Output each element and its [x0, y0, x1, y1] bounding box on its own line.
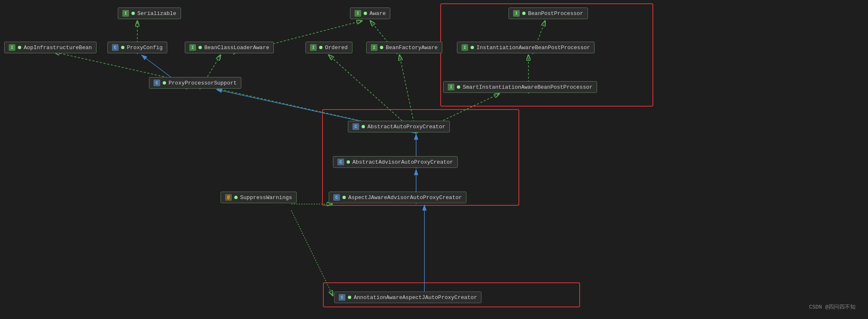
icon-serializable: I: [122, 10, 129, 17]
node-proxyprocessorsupport: C ProxyProcessorSupport: [149, 77, 241, 89]
dot-instantiationawarebeanpostprocessor: [471, 46, 474, 49]
icon-proxyconfig: C: [112, 44, 119, 51]
dot-beanfactoryaware: [380, 46, 383, 49]
dot-ordered: [319, 46, 322, 49]
label-instantiationawarebeanpostprocessor: InstantiationAwareBeanPostProcessor: [476, 45, 590, 51]
dot-smartinstantiationawarebeanpostprocessor: [457, 85, 460, 89]
dot-suppresswarnings: [234, 196, 238, 199]
label-proxyprocessorsupport: ProxyProcessorSupport: [169, 80, 237, 86]
dot-proxyprocessorsupport: [163, 81, 166, 85]
node-aopinfrastructurebean: I AopInfrastructureBean: [4, 42, 97, 53]
dot-beanpostprocessor: [522, 12, 526, 15]
node-aspectjawareadvisorautoproxycreator: C AspectJAwareAdvisorAutoProxyCreator: [329, 192, 466, 203]
dot-serializable: [131, 12, 135, 15]
label-annotationawareaspectjautoproxycreator: AnnotationAwareAspectJAutoProxyCreator: [354, 294, 477, 301]
label-aopinfrastructurebean: AopInfrastructureBean: [24, 45, 92, 51]
node-suppresswarnings: @ SuppressWarnings: [221, 192, 297, 203]
label-abstractadvisorautoproxycreator: AbstractAdvisorAutoProxyCreator: [352, 159, 453, 165]
dot-proxyconfig: [121, 46, 124, 49]
dot-abstractautoproxycreator: [362, 125, 365, 128]
dot-aspectjawareadvisorautoproxycreator: [342, 196, 346, 199]
label-serializable: Serializable: [137, 10, 176, 17]
node-ordered: I Ordered: [305, 42, 352, 53]
icon-aware: I: [355, 10, 361, 17]
node-beanfactoryaware: I BeanFactoryAware: [366, 42, 442, 53]
dot-aopinfrastructurebean: [18, 46, 21, 49]
node-abstractadvisorautoproxycreator: C AbstractAdvisorAutoProxyCreator: [333, 156, 458, 168]
dot-abstractadvisorautoproxycreator: [347, 160, 350, 164]
label-aware: Aware: [370, 10, 386, 17]
icon-beanfactoryaware: I: [371, 44, 377, 51]
label-abstractautoproxycreator: AbstractAutoProxyCreator: [367, 124, 445, 130]
label-beanpostprocessor: BeanPostProcessor: [528, 10, 583, 17]
dot-beanclassloaderaware: [198, 46, 202, 49]
label-ordered: Ordered: [325, 45, 348, 51]
svg-line-19: [291, 210, 333, 296]
label-beanclassloaderaware: BeanClassLoaderAware: [204, 45, 269, 51]
icon-abstractautoproxycreator: C: [352, 123, 359, 130]
diagram-container: I Serializable I Aware I BeanPostProcess…: [0, 0, 868, 319]
dot-aware: [364, 12, 367, 15]
icon-beanpostprocessor: I: [513, 10, 520, 17]
label-smartinstantiationawarebeanpostprocessor: SmartInstantiationAwareBeanPostProcessor: [463, 84, 593, 90]
icon-proxyprocessorsupport: C: [154, 80, 160, 86]
icon-aspectjawareadvisorautoproxycreator: C: [333, 194, 340, 201]
icon-smartinstantiationawarebeanpostprocessor: I: [448, 84, 454, 90]
node-smartinstantiationawarebeanpostprocessor: I SmartInstantiationAwareBeanPostProcess…: [443, 81, 597, 93]
icon-abstractadvisorautoproxycreator: C: [337, 159, 344, 165]
node-abstractautoproxycreator: C AbstractAutoProxyCreator: [348, 121, 450, 132]
icon-ordered: I: [310, 44, 317, 51]
node-beanpostprocessor: I BeanPostProcessor: [508, 7, 588, 19]
icon-annotationawareaspectjautoproxycreator: C: [339, 294, 345, 301]
node-serializable: I Serializable: [118, 7, 181, 19]
icon-aopinfrastructurebean: I: [9, 44, 15, 51]
watermark-text: CSDN @四问四不知: [809, 304, 856, 310]
label-proxyconfig: ProxyConfig: [127, 45, 163, 51]
node-aware: I Aware: [350, 7, 390, 19]
node-beanclassloaderaware: I BeanClassLoaderAware: [185, 42, 274, 53]
node-instantiationawarebeanpostprocessor: I InstantiationAwareBeanPostProcessor: [457, 42, 595, 53]
icon-beanclassloaderaware: I: [189, 44, 196, 51]
icon-suppresswarnings: @: [225, 194, 232, 201]
node-proxyconfig: C ProxyConfig: [107, 42, 167, 53]
label-beanfactoryaware: BeanFactoryAware: [386, 45, 438, 51]
node-annotationawareaspectjautoproxycreator: C AnnotationAwareAspectJAutoProxyCreator: [334, 292, 481, 303]
icon-instantiationawarebeanpostprocessor: I: [461, 44, 468, 51]
watermark: CSDN @四问四不知: [809, 303, 856, 311]
label-aspectjawareadvisorautoproxycreator: AspectJAwareAdvisorAutoProxyCreator: [348, 194, 462, 201]
dot-annotationawareaspectjautoproxycreator: [348, 296, 351, 299]
label-suppresswarnings: SuppressWarnings: [240, 194, 292, 201]
